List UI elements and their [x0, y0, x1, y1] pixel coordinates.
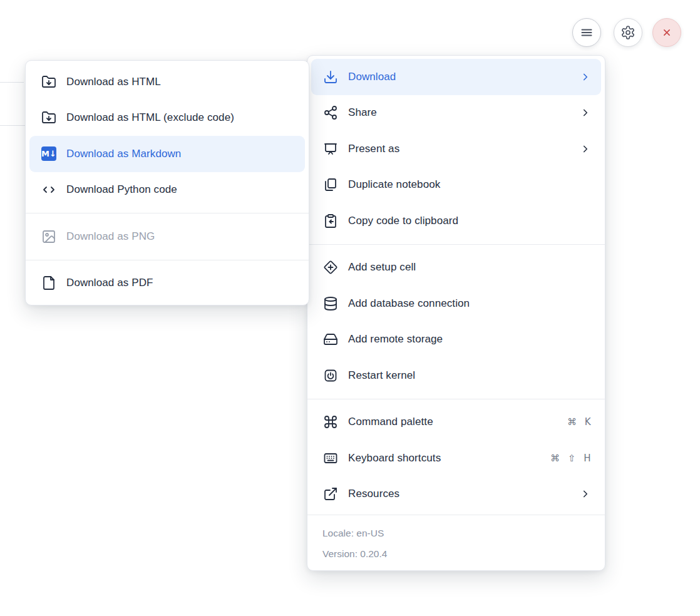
folder-down-icon [41, 74, 56, 90]
menu-item-label: Add database connection [348, 297, 591, 310]
shutdown-button[interactable] [652, 18, 681, 47]
background-rule-top [0, 82, 24, 83]
menu-item-label: Copy code to clipboard [348, 215, 591, 227]
menu-item-copy-code[interactable]: Copy code to clipboard [311, 203, 601, 239]
menu-item-resources[interactable]: Resources [311, 476, 601, 513]
chevron-right-icon [580, 107, 591, 118]
share-icon [323, 105, 338, 120]
menu-item-download[interactable]: Download [311, 59, 601, 95]
file-icon [41, 275, 56, 290]
keyboard-icon [323, 451, 338, 466]
menu-separator [26, 213, 309, 213]
gear-icon [620, 25, 636, 40]
notebook-actions-menu: Download Share Present as [307, 55, 605, 571]
menu-footer: Locale: en-US Version: 0.20.4 [307, 515, 605, 570]
menu-item-add-setup-cell[interactable]: Add setup cell [311, 250, 601, 286]
submenu-item-label: Download as HTML [66, 76, 295, 88]
clipboard-copy-icon [323, 213, 338, 228]
menu-item-label: Command palette [348, 416, 557, 428]
diamond-plus-icon [323, 260, 338, 275]
shortcut-hint: ⌘ K [567, 416, 591, 428]
submenu-item-label: Download as HTML (exclude code) [66, 111, 295, 124]
chevron-right-icon [580, 71, 591, 83]
menu-item-command-palette[interactable]: Command palette ⌘ K [311, 404, 601, 441]
submenu-item-label: Download as PNG [66, 230, 295, 243]
download-submenu: Download as HTML Download as HTML (exclu… [25, 60, 309, 305]
hamburger-icon [579, 25, 594, 40]
power-icon [323, 368, 338, 383]
notebook-menu-button[interactable] [572, 18, 601, 47]
menu-item-label: Resources [348, 488, 570, 500]
menu-item-present-as[interactable]: Present as [311, 131, 601, 167]
markdown-badge: M↓ [41, 146, 56, 161]
submenu-item-label: Download as PDF [66, 277, 295, 289]
external-link-icon [323, 486, 338, 501]
database-icon [323, 296, 338, 311]
menu-separator [307, 399, 605, 399]
submenu-item-download-as-markdown[interactable]: M↓ Download as Markdown [29, 136, 305, 172]
locale-text: Locale: en-US [322, 523, 590, 543]
submenu-item-label: Download as Markdown [66, 148, 295, 160]
menu-item-label: Restart kernel [348, 369, 591, 382]
settings-button[interactable] [614, 18, 642, 47]
shortcut-hint: ⌘ ⇧ H [550, 453, 591, 464]
presentation-icon [323, 141, 338, 157]
version-text: Version: 0.20.4 [322, 543, 590, 564]
markdown-icon: M↓ [41, 146, 56, 162]
submenu-item-download-as-html-exclude-code[interactable]: Download as HTML (exclude code) [29, 100, 305, 136]
image-icon [41, 229, 56, 244]
menu-separator [26, 260, 309, 260]
hard-drive-icon [323, 332, 338, 347]
menu-item-label: Add setup cell [348, 261, 591, 274]
submenu-item-download-as-pdf[interactable]: Download as PDF [29, 265, 305, 302]
submenu-item-download-as-png[interactable]: Download as PNG [29, 218, 305, 255]
download-icon [323, 69, 338, 85]
duplicate-icon [323, 177, 338, 192]
submenu-item-label: Download Python code [66, 183, 295, 196]
menu-item-add-remote-storage[interactable]: Add remote storage [311, 322, 601, 358]
menu-item-label: Keyboard shortcuts [348, 452, 540, 465]
menu-item-restart-kernel[interactable]: Restart kernel [311, 357, 601, 394]
menu-separator [307, 244, 605, 245]
chevron-right-icon [580, 143, 591, 155]
notebook-page: Download Share Present as [0, 0, 700, 616]
menu-item-keyboard-shortcuts[interactable]: Keyboard shortcuts ⌘ ⇧ H [311, 440, 601, 476]
code-icon [41, 182, 56, 197]
submenu-item-download-as-html[interactable]: Download as HTML [29, 64, 305, 100]
menu-item-label: Add remote storage [348, 333, 591, 346]
menu-item-label: Duplicate notebook [348, 178, 591, 191]
menu-item-share[interactable]: Share [311, 95, 601, 131]
command-icon [323, 414, 338, 429]
background-rule-bottom [0, 125, 25, 126]
menu-item-label: Download [348, 71, 570, 83]
menu-item-label: Share [348, 106, 570, 119]
menu-item-add-database-connection[interactable]: Add database connection [311, 285, 601, 322]
folder-down-icon [41, 110, 56, 125]
menu-item-label: Present as [348, 143, 570, 155]
close-icon [660, 26, 674, 39]
chevron-right-icon [580, 488, 591, 500]
menu-item-duplicate-notebook[interactable]: Duplicate notebook [311, 167, 601, 203]
submenu-item-download-python-code[interactable]: Download Python code [29, 172, 305, 208]
